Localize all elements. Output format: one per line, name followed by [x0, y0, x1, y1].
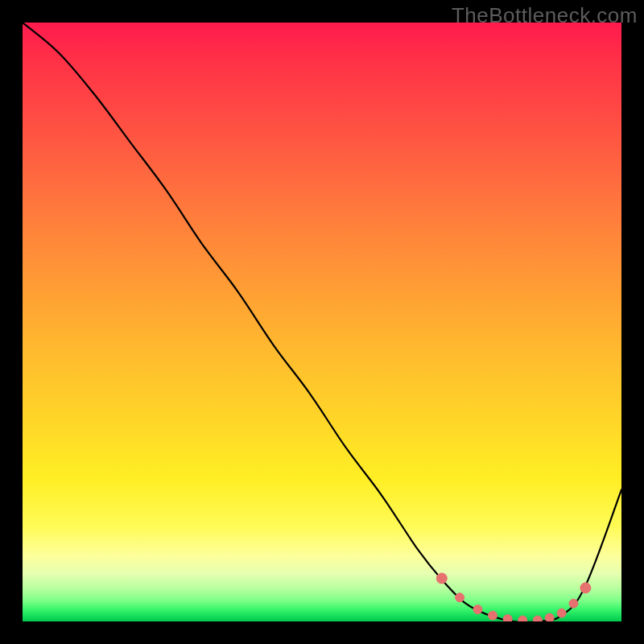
- highlight-dot: [456, 593, 464, 602]
- highlight-dot: [557, 609, 566, 617]
- watermark-text: TheBottleneck.com: [452, 3, 638, 28]
- bottleneck-curve: [23, 23, 621, 621]
- highlight-dot: [569, 599, 578, 608]
- highlight-dot: [489, 611, 497, 620]
- highlight-dots-group: [436, 573, 591, 621]
- highlight-dot: [518, 616, 527, 621]
- highlight-dot: [533, 616, 542, 621]
- chart-svg: [23, 23, 621, 621]
- highlight-dot: [503, 615, 512, 621]
- chart-frame: TheBottleneck.com: [0, 0, 644, 644]
- plot-container: [23, 23, 621, 621]
- highlight-dot: [545, 613, 554, 621]
- highlight-dot: [436, 573, 447, 584]
- highlight-dot: [473, 605, 482, 614]
- highlight-dot: [580, 583, 591, 593]
